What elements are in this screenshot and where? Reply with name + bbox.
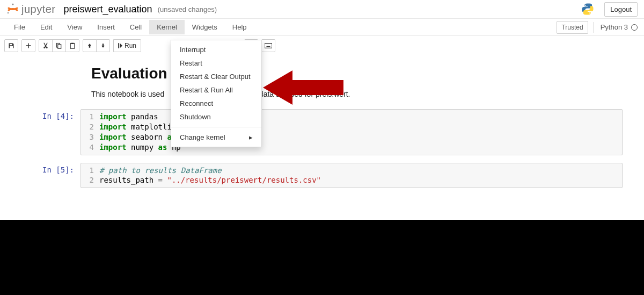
kernel-status-icon [631, 24, 638, 31]
play-icon [118, 43, 122, 48]
code-line: 2results_path = "../results/preiswert/re… [81, 175, 622, 185]
kernel-interrupt[interactable]: Interrupt [171, 43, 261, 56]
markdown-title: Evaluation [91, 65, 612, 82]
svg-rect-10 [267, 46, 270, 47]
code-input[interactable]: 1import pandas2import matplotlib.pyplot … [80, 109, 623, 155]
menubar: File Edit View Insert Cell Kernel Widget… [0, 19, 644, 36]
logout-button[interactable]: Logout [604, 2, 638, 17]
kernel-reconnect[interactable]: Reconnect [171, 97, 261, 110]
code-input[interactable]: 1# path to results DataFrame2results_pat… [80, 163, 623, 189]
keyboard-icon [265, 43, 272, 48]
line-number: 3 [81, 132, 99, 142]
copy-icon [56, 42, 62, 49]
svg-marker-11 [263, 70, 343, 105]
jupyter-icon [6, 3, 19, 16]
line-number: 2 [81, 175, 99, 185]
code-line: 4import numpy as np [81, 142, 622, 153]
line-number: 4 [81, 142, 99, 153]
menu-help[interactable]: Help [225, 20, 254, 34]
move-down-button[interactable] [96, 39, 110, 52]
menu-edit[interactable]: Edit [33, 20, 60, 34]
save-button[interactable] [4, 39, 18, 52]
menu-file[interactable]: File [6, 20, 33, 34]
svg-rect-8 [118, 43, 119, 48]
kernel-restart[interactable]: Restart [171, 56, 261, 70]
menu-view[interactable]: View [60, 20, 90, 34]
python-icon [581, 2, 595, 16]
code-line: 1# path to results DataFrame [81, 166, 622, 176]
edit-group [39, 39, 79, 52]
kernel-change[interactable]: Change kernel ▸ [171, 131, 261, 144]
trusted-indicator[interactable]: Trusted [557, 21, 588, 34]
code-line: 2import matplotlib.pyplot as plt [81, 122, 622, 132]
menu-widgets[interactable]: Widgets [185, 20, 225, 34]
paste-button[interactable] [65, 39, 79, 52]
code-line: 3import seaborn as sns [81, 132, 622, 142]
annotation-arrow [263, 66, 349, 111]
arrow-down-icon [100, 43, 106, 48]
move-group [83, 39, 110, 52]
svg-point-3 [589, 12, 590, 13]
svg-point-1 [8, 12, 9, 13]
move-up-button[interactable] [83, 39, 97, 52]
black-bar [0, 220, 644, 295]
run-button[interactable]: Run [113, 39, 141, 52]
svg-rect-5 [58, 45, 61, 49]
line-number: 1 [81, 166, 99, 176]
submenu-arrow-icon: ▸ [249, 133, 253, 141]
svg-rect-9 [265, 44, 272, 48]
copy-button[interactable] [52, 39, 66, 52]
line-number: 2 [81, 122, 99, 132]
kernel-indicator: Python 3 [594, 22, 638, 33]
code-line: 1import pandas [81, 112, 622, 122]
paste-icon [69, 42, 76, 49]
code-cell[interactable]: In [5]:1# path to results DataFrame2resu… [21, 163, 623, 189]
svg-point-0 [12, 4, 14, 5]
divider [171, 127, 261, 127]
kernel-shutdown[interactable]: Shutdown [171, 110, 261, 124]
run-label: Run [125, 42, 136, 49]
menu-insert[interactable]: Insert [90, 20, 122, 34]
kernel-restart-run-all[interactable]: Restart & Run All [171, 83, 261, 97]
kernel-dropdown: Interrupt Restart Restart & Clear Output… [171, 40, 262, 147]
kernel-restart-clear[interactable]: Restart & Clear Output [171, 70, 261, 83]
kernel-change-label: Change kernel [180, 133, 225, 141]
notebook-name[interactable]: preiswert_evaluation [64, 4, 152, 15]
jupyter-logo[interactable]: jupyter [6, 3, 56, 16]
menu-kernel[interactable]: Kernel [149, 20, 185, 34]
add-cell-button[interactable] [21, 39, 35, 52]
arrow-up-icon [87, 43, 92, 48]
cut-button[interactable] [39, 39, 53, 52]
markdown-cell[interactable]: Evaluation This notebook is used for eva… [91, 65, 612, 98]
save-status: (unsaved changes) [158, 5, 217, 13]
command-palette-button[interactable] [261, 39, 275, 52]
svg-rect-7 [71, 43, 74, 44]
svg-point-2 [585, 5, 586, 6]
markdown-description: This notebook is used for eval and visua… [91, 90, 612, 98]
notebook-header: jupyter preiswert_evaluation (unsaved ch… [0, 0, 644, 19]
kernel-name: Python 3 [601, 23, 628, 31]
plus-icon [25, 42, 32, 49]
code-cell[interactable]: In [4]:1import pandas2import matplotlib.… [21, 109, 623, 155]
save-icon [8, 42, 14, 49]
jupyter-logo-text: jupyter [21, 3, 56, 16]
input-prompt: In [5]: [21, 163, 80, 189]
run-group: Run [113, 39, 141, 52]
menu-cell[interactable]: Cell [122, 20, 149, 34]
line-number: 1 [81, 112, 99, 122]
input-prompt: In [4]: [21, 109, 80, 155]
cut-icon [42, 42, 49, 49]
toolbar: Run [0, 36, 644, 55]
